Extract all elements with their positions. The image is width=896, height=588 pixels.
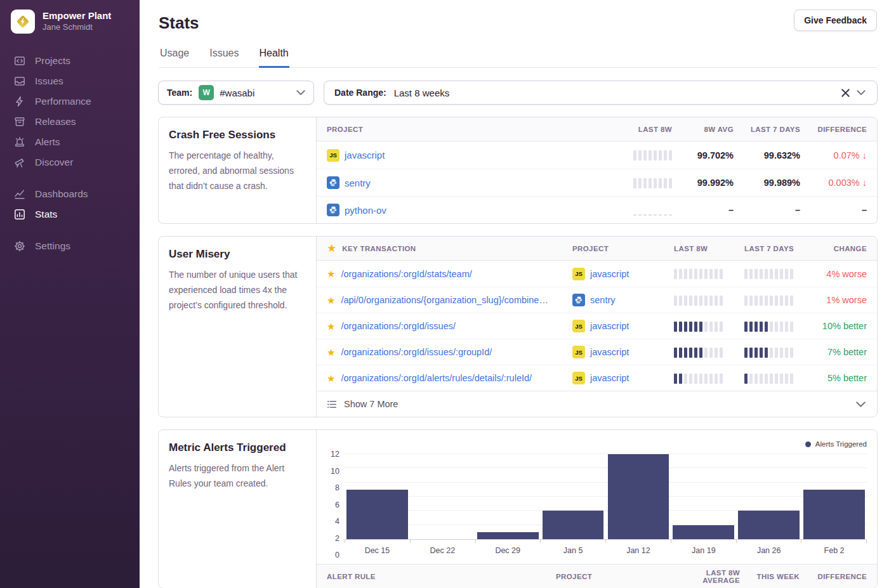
sparkline xyxy=(633,150,672,160)
team-label: Team: xyxy=(167,88,192,98)
show-more-button[interactable]: Show 7 More xyxy=(317,391,877,417)
y-tick-label: 10 xyxy=(331,467,339,476)
python-icon xyxy=(327,176,339,189)
project-link[interactable]: sentry xyxy=(345,178,371,188)
change-value: 4% worse xyxy=(815,269,867,279)
sidebar-item-issues[interactable]: Issues xyxy=(0,71,140,91)
card-title: Crash Free Sessions xyxy=(169,129,306,141)
card-description: The number of unique users that experien… xyxy=(169,267,306,313)
tab-health[interactable]: Health xyxy=(259,48,289,68)
page-header: Stats Give Feedback Usage Issues Health xyxy=(140,0,896,68)
sparkline-empty xyxy=(633,205,672,216)
column-project: PROJECT xyxy=(556,573,672,580)
sidebar-item-label: Discover xyxy=(35,157,73,168)
sidebar-item-label: Issues xyxy=(35,75,63,87)
sidebar-item-stats[interactable]: Stats xyxy=(0,204,140,225)
y-tick-label: 12 xyxy=(331,450,339,459)
change-value: 1% worse xyxy=(815,295,867,305)
avg-8w-value: 99.702% xyxy=(672,150,734,160)
issues-icon xyxy=(14,75,25,87)
column-alert-rule: ALERT RULE xyxy=(327,573,556,580)
sidebar-item-discover[interactable]: Discover xyxy=(0,152,140,173)
project-link[interactable]: javascript xyxy=(590,347,629,357)
project-link[interactable]: sentry xyxy=(590,295,616,305)
key-transaction-star-icon[interactable]: ★ xyxy=(327,296,335,305)
x-tick-label: Jan 26 xyxy=(736,546,801,555)
javascript-icon: JS xyxy=(572,320,585,332)
sidebar-item-label: Settings xyxy=(35,240,70,252)
sidebar-item-releases[interactable]: Releases xyxy=(0,112,140,132)
team-avatar: W xyxy=(199,85,214,100)
column-this-week: THIS WEEK xyxy=(740,573,800,580)
user-misery-description-panel: User Misery The number of unique users t… xyxy=(159,237,317,417)
x-tick-label: Jan 19 xyxy=(671,546,736,555)
project-link[interactable]: javascript xyxy=(590,373,629,383)
org-user-name: Jane Schmidt xyxy=(43,22,111,33)
user-misery-card: User Misery The number of unique users t… xyxy=(158,236,878,417)
projects-icon xyxy=(14,55,25,67)
sidebar-item-performance[interactable]: Performance xyxy=(0,91,140,112)
project-link[interactable]: javascript xyxy=(590,321,629,331)
give-feedback-button[interactable]: Give Feedback xyxy=(794,10,877,31)
sidebar-item-settings[interactable]: Settings xyxy=(0,236,140,256)
alerts-triggered-chart: 024681012 Dec 15Dec 22Dec 29Jan 5Jan 12J… xyxy=(317,430,877,564)
chart-bar xyxy=(608,454,669,539)
javascript-icon: JS xyxy=(572,372,585,384)
transaction-link[interactable]: /organizations/:orgId/alerts/rules/detai… xyxy=(341,373,532,383)
team-select[interactable]: Team: W #wasabi xyxy=(158,81,314,105)
y-tick-label: 8 xyxy=(335,483,339,492)
sidebar-item-label: Releases xyxy=(35,116,76,127)
crash-free-table: PROJECT LAST 8W 8W AVG LAST 7 DAYS DIFFE… xyxy=(317,117,877,223)
date-range-value: Last 8 weeks xyxy=(394,88,450,98)
key-transaction-star-icon[interactable]: ★ xyxy=(327,348,335,357)
table-header: ★ KEY TRANSACTION PROJECT LAST 8W LAST 7… xyxy=(317,237,877,261)
org-switcher[interactable]: Empower Plant Jane Schmidt xyxy=(0,0,140,42)
transaction-link[interactable]: /api/0/organizations/{organization_slug}… xyxy=(341,295,548,305)
tab-usage[interactable]: Usage xyxy=(159,48,190,68)
transaction-link[interactable]: /organizations/:orgId/issues/ xyxy=(341,321,456,331)
date-range-label: Date Range: xyxy=(334,88,386,98)
y-tick-label: 4 xyxy=(335,517,339,526)
open-date-range-button[interactable] xyxy=(855,89,867,96)
key-transaction-star-icon[interactable]: ★ xyxy=(327,322,335,331)
transaction-link[interactable]: /organizations/:orgId/stats/team/ xyxy=(341,269,471,279)
alerts-chart-plot xyxy=(345,454,867,540)
chart-x-ticks xyxy=(345,540,867,543)
sidebar-item-alerts[interactable]: Alerts xyxy=(0,132,140,152)
avg-8w-value: 99.992% xyxy=(672,178,734,188)
key-transaction-star-icon[interactable]: ★ xyxy=(327,269,335,278)
table-header: PROJECT LAST 8W 8W AVG LAST 7 DAYS DIFFE… xyxy=(317,117,877,141)
column-difference: DIFFERENCE xyxy=(800,573,867,580)
column-project: PROJECT xyxy=(327,126,599,133)
legend-dot xyxy=(805,441,811,447)
project-link[interactable]: python-ov xyxy=(345,205,386,216)
org-name: Empower Plant xyxy=(43,10,111,22)
table-row: ★ /organizations/:orgId/alerts/rules/det… xyxy=(317,365,877,391)
transaction-link[interactable]: /organizations/:orgId/issues/:groupId/ xyxy=(341,347,492,357)
sidebar-item-dashboards[interactable]: Dashboards xyxy=(0,184,140,204)
chart-bar xyxy=(673,525,734,539)
sidebar-item-projects[interactable]: Projects xyxy=(0,51,140,71)
tab-issues[interactable]: Issues xyxy=(209,48,239,68)
sparkline-7d xyxy=(744,295,815,306)
change-value: 10% better xyxy=(815,321,867,331)
expand-button[interactable] xyxy=(855,400,867,408)
last-7d-value: – xyxy=(734,205,800,215)
sidebar-item-label: Dashboards xyxy=(35,188,88,200)
clear-date-range-button[interactable] xyxy=(840,88,851,98)
table-row: ★ /organizations/:orgId/stats/team/ JS j… xyxy=(317,261,877,287)
star-icon: ★ xyxy=(327,243,336,254)
project-link[interactable]: javascript xyxy=(590,269,629,279)
change-value: 5% better xyxy=(815,373,867,383)
difference-value: 0.07% ↓ xyxy=(800,150,867,160)
project-link[interactable]: javascript xyxy=(345,150,385,160)
column-8w-avg: 8W AVG xyxy=(672,126,734,133)
sparkline-7d xyxy=(744,347,815,358)
sidebar: Empower Plant Jane Schmidt Projects Issu… xyxy=(0,0,140,588)
key-transaction-star-icon[interactable]: ★ xyxy=(327,374,335,383)
column-last-7-days: LAST 7 DAYS xyxy=(734,126,800,133)
alerts-chart-xlabels: Dec 15Dec 22Dec 29Jan 5Jan 12Jan 19Jan 2… xyxy=(345,546,867,555)
metric-alerts-card: Metric Alerts Triggered Alerts triggered… xyxy=(158,429,878,588)
date-range-select[interactable]: Date Range: Last 8 weeks xyxy=(324,81,878,105)
card-title: Metric Alerts Triggered xyxy=(169,441,306,454)
